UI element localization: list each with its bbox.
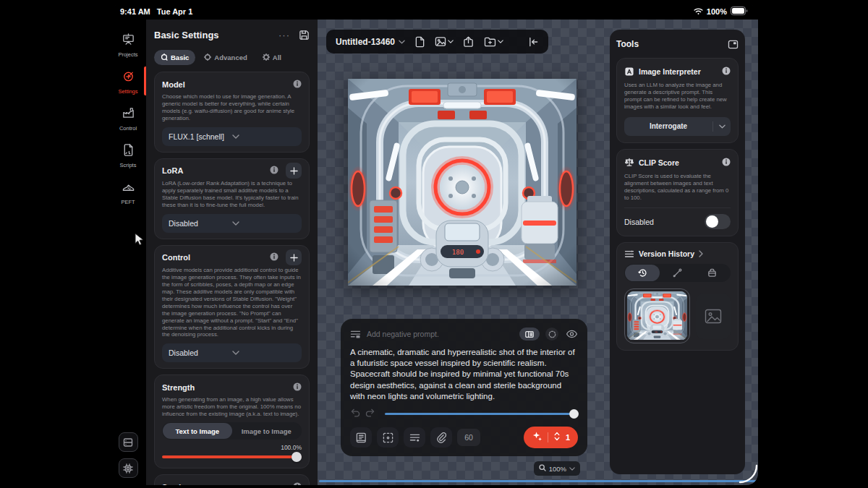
tab-advanced[interactable]: Advanced [197,50,253,65]
image-interpreter-title: Image Interpreter [639,67,718,76]
button-divider [548,432,548,442]
external-storage-button[interactable] [119,432,138,452]
rail-bottom-buttons [119,432,138,478]
image-interpreter-description: Uses an LLM to analyze the image and gen… [624,82,731,111]
save-to-folder-button[interactable] [484,37,503,47]
info-icon[interactable] [270,164,278,177]
negative-prompt-icon [350,330,361,339]
model-select[interactable]: FLUX.1 [schnell] [162,127,302,146]
info-icon[interactable] [722,65,731,78]
import-image-button[interactable] [435,36,454,47]
info-icon[interactable] [293,381,302,394]
prompt-input[interactable]: A cinematic, dramatic and hyperrealistic… [350,347,578,407]
more-menu-button[interactable]: ··· [278,30,290,40]
sidebar-item-settings[interactable]: Settings [110,68,146,96]
zoom-control[interactable]: 100% [534,461,580,476]
tab-label: All [273,53,281,61]
version-thumbnail-empty[interactable] [696,294,731,339]
info-icon[interactable] [293,78,302,91]
model-select-value: FLUX.1 [schnell] [169,132,232,141]
tab-archive[interactable] [695,265,730,281]
app-body: Projects Settings Control Scripts [110,20,758,485]
settings-panel: Basic Settings ··· Basic Advanced [146,20,318,485]
horizontal-scrollbar[interactable] [319,480,757,482]
sidebar-item-control[interactable]: Control [110,105,146,133]
version-thumbnail-selected[interactable] [624,288,690,343]
strength-description: When generating from an image, a high va… [162,396,302,418]
clip-score-title: CLIP Score [639,158,718,167]
share-button[interactable] [463,36,475,48]
prompt-library-button[interactable] [350,427,372,448]
tab-basic[interactable]: Basic [154,50,195,65]
info-icon[interactable] [722,156,731,169]
redo-icon[interactable] [365,407,375,420]
generate-button[interactable]: 1 [524,427,578,448]
version-history-tabs [624,264,731,282]
lora-description: LoRA (Low-order Rank Adaptation) is a te… [162,180,302,209]
control-title: Control [162,253,265,262]
wifi-icon [694,7,703,17]
panel-layout-icon[interactable] [728,40,739,49]
document-title-menu[interactable]: Untitled-13460 [336,37,405,47]
seed-card: Seed [154,474,310,485]
attachment-button[interactable] [430,427,452,448]
model-description: Choose which model to use for image gene… [162,93,302,122]
canvas-area[interactable]: Untitled-13460 Add negati [318,20,758,485]
keyboard-mode-toggle[interactable] [519,328,540,341]
slider-knob[interactable] [292,452,302,462]
version-history-header[interactable]: Version History [624,249,731,258]
generated-image[interactable] [348,79,576,286]
mode-label: Text to Image [175,427,219,435]
tab-edits[interactable] [660,265,694,281]
sidebar-item-projects[interactable]: Projects [110,31,146,59]
toggle-knob [706,215,718,228]
mode-image-to-image[interactable]: Image to Image [232,423,302,439]
slider-knob[interactable] [569,409,579,419]
zoom-level: 100% [549,465,566,473]
sidebar-item-peft[interactable]: PEFT [110,179,146,207]
strength-mode-switch: Text to Image Image to Image [162,422,302,440]
battery-percent: 100% [707,7,727,16]
new-document-button[interactable] [414,36,425,48]
compute-units-button[interactable] [119,458,138,478]
negative-prompt-input[interactable]: Add negative prompt. [367,330,514,338]
version-thumbnails [624,288,731,343]
save-settings-button[interactable] [299,30,310,40]
lora-title: LoRA [162,166,265,175]
selection-tool-button[interactable] [377,427,399,448]
tab-all[interactable]: All [256,50,288,65]
history-slider-row [350,407,578,420]
chevron-right-icon [699,250,703,257]
queue-list-button[interactable] [404,427,425,448]
control-select[interactable]: Disabled [162,343,302,362]
document-toolbar: Untitled-13460 [326,30,548,53]
info-icon[interactable] [270,251,278,264]
tab-history[interactable] [625,265,660,281]
generation-history-slider[interactable] [385,409,578,419]
chevron-down-icon[interactable] [713,124,731,129]
add-control-button[interactable] [286,249,302,265]
strength-card: Strength When generating from an image, … [154,374,310,468]
batch-stepper-icon[interactable] [553,432,561,443]
mode-text-to-image[interactable]: Text to Image [163,423,232,439]
clip-score-toggle-row: Disabled [624,207,731,229]
clip-score-toggle[interactable] [705,214,731,229]
control-description: Additive models can provide additional c… [162,267,302,339]
sidebar-item-label: Scripts [120,162,137,168]
preview-visibility-toggle[interactable] [566,330,578,338]
undo-icon[interactable] [350,407,361,420]
battery-icon [731,7,748,17]
interrogate-button[interactable]: Interrogate [624,117,731,136]
sidebar-item-scripts[interactable]: Scripts [110,142,146,170]
info-icon[interactable] [293,481,302,485]
lora-select-value: Disabled [169,219,232,228]
collapse-panel-button[interactable] [528,37,539,47]
settings-tabs: Basic Advanced All [154,48,310,67]
strength-slider[interactable] [162,452,302,462]
tools-header: Tools [616,36,739,52]
steps-count[interactable]: 60 [457,429,480,446]
lora-select[interactable]: Disabled [162,214,302,233]
draw-mode-toggle[interactable] [545,328,558,341]
sidebar-item-label: Settings [118,88,137,95]
add-lora-button[interactable] [286,163,302,179]
